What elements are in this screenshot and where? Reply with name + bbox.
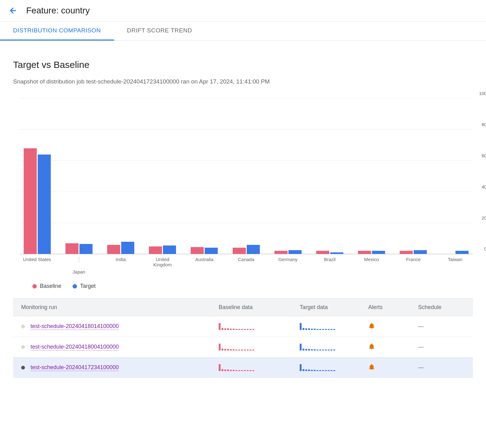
x-axis-label: India [104, 257, 137, 269]
x-axis-label: Taiwan [439, 257, 472, 269]
bar-baseline [191, 247, 204, 254]
run-cell: test-schedule-20240418014100000 [21, 323, 219, 330]
monitoring-run-link[interactable]: test-schedule-20240418014100000 [31, 323, 119, 330]
x-axis-label: Canada [230, 257, 263, 269]
bar-target [455, 251, 469, 254]
tab-distribution-comparison[interactable]: DISTRIBUTION COMPARISON [0, 21, 114, 41]
bar-baseline [24, 148, 37, 254]
bar-baseline [233, 248, 246, 254]
back-arrow-icon[interactable] [9, 6, 17, 15]
bar-group [439, 98, 472, 254]
bar-target [288, 250, 302, 254]
chart-container: 0%20%40%60%80%100% United StatesJapanInd… [19, 98, 473, 269]
bar-group [21, 98, 54, 254]
bar-target [163, 245, 176, 254]
bar-baseline [316, 251, 329, 254]
legend-item-baseline: Baseline [32, 283, 61, 289]
bar-group [104, 98, 137, 254]
col-header-target: Target data [300, 304, 368, 311]
legend-swatch-baseline-icon [32, 284, 37, 288]
bar-target [247, 245, 260, 254]
bar-baseline [358, 251, 371, 254]
table-header: Monitoring run Baseline data Target data… [13, 298, 473, 316]
main-content: Target vs Baseline Snapshot of distribut… [0, 41, 486, 378]
sparkline-target [300, 344, 368, 350]
col-header-baseline: Baseline data [219, 304, 300, 311]
y-tick-label: 20% [482, 215, 486, 220]
bar-target [372, 251, 385, 254]
y-tick-label: 40% [482, 184, 486, 189]
tabs: DISTRIBUTION COMPARISON DRIFT SCORE TREN… [0, 21, 486, 41]
alert-bell-icon[interactable] [368, 322, 418, 331]
run-cell: test-schedule-20240417234100000 [21, 364, 219, 371]
bar-baseline [274, 251, 288, 254]
bar-baseline [65, 243, 79, 254]
bar-target [121, 242, 134, 254]
bar-target [330, 252, 343, 254]
col-header-alerts: Alerts [368, 304, 418, 311]
sparkline-baseline [219, 344, 300, 350]
monitoring-run-link[interactable]: test-schedule-20240417234100000 [31, 364, 119, 371]
alert-bell-icon[interactable] [368, 343, 418, 351]
baseline-data-cell [219, 364, 300, 371]
monitoring-run-link[interactable]: test-schedule-20240418004100000 [31, 344, 119, 350]
bar-group [62, 98, 95, 254]
col-header-schedule: Schedule [418, 304, 465, 311]
page-header: Feature: country [0, 0, 486, 21]
bar-group [397, 98, 430, 254]
status-dot-icon [21, 325, 25, 328]
y-tick-label: 100% [479, 91, 486, 96]
x-axis-label: Germany [271, 257, 304, 269]
x-axis-label: United Kingdom [146, 257, 179, 269]
target-data-cell [300, 344, 368, 350]
x-axis-label: Australia [188, 257, 221, 269]
legend-swatch-target-icon [73, 284, 77, 288]
target-data-cell [300, 364, 368, 371]
sparkline-target [300, 364, 368, 371]
table-row[interactable]: test-schedule-20240418014100000— [13, 316, 473, 337]
legend-item-target: Target [73, 283, 96, 289]
bar-baseline [149, 246, 162, 254]
bar-baseline [400, 251, 413, 254]
y-tick-label: 60% [482, 153, 486, 158]
bar-target [38, 155, 51, 254]
bar-group [313, 98, 346, 254]
section-subtitle: Snapshot of distribution job test-schedu… [13, 77, 312, 86]
baseline-data-cell [219, 323, 300, 330]
legend-label-baseline: Baseline [40, 283, 61, 289]
schedule-cell: — [418, 364, 465, 371]
section-title: Target vs Baseline [13, 60, 473, 70]
bar-baseline [107, 245, 120, 254]
tab-drift-score-trend[interactable]: DRIFT SCORE TREND [114, 21, 205, 41]
y-tick-label: 80% [482, 122, 486, 127]
monitoring-runs-table: Monitoring run Baseline data Target data… [13, 298, 473, 378]
sparkline-baseline [219, 364, 300, 371]
table-body: test-schedule-20240418014100000—test-sch… [13, 316, 473, 378]
bar-group [230, 98, 263, 254]
sparkline-baseline [219, 323, 300, 330]
x-axis-label: Brazil [313, 257, 346, 269]
col-header-run: Monitoring run [21, 304, 219, 311]
y-tick-label: 0% [484, 246, 486, 251]
table-row[interactable]: test-schedule-20240417234100000— [13, 357, 473, 378]
bar-group [188, 98, 221, 254]
baseline-data-cell [219, 344, 300, 350]
bar-group [355, 98, 388, 254]
bar-group [146, 98, 179, 254]
alert-bell-icon[interactable] [368, 364, 418, 372]
status-dot-icon [21, 345, 25, 349]
status-dot-icon [21, 366, 25, 369]
bar-group [271, 98, 304, 254]
x-axis-label: Japan [62, 257, 95, 269]
x-axis-label: United States [21, 257, 54, 269]
schedule-cell: — [418, 323, 465, 330]
chart-x-labels: United StatesJapanIndiaUnited KingdomAus… [19, 254, 473, 269]
bar-target [205, 248, 218, 254]
table-row[interactable]: test-schedule-20240418004100000— [13, 337, 473, 357]
run-cell: test-schedule-20240418004100000 [21, 344, 219, 350]
schedule-cell: — [418, 344, 465, 350]
legend-label-target: Target [80, 283, 96, 289]
bar-chart: 0%20%40%60%80%100% [19, 98, 473, 254]
page-title: Feature: country [26, 6, 90, 16]
bar-target [414, 250, 427, 254]
